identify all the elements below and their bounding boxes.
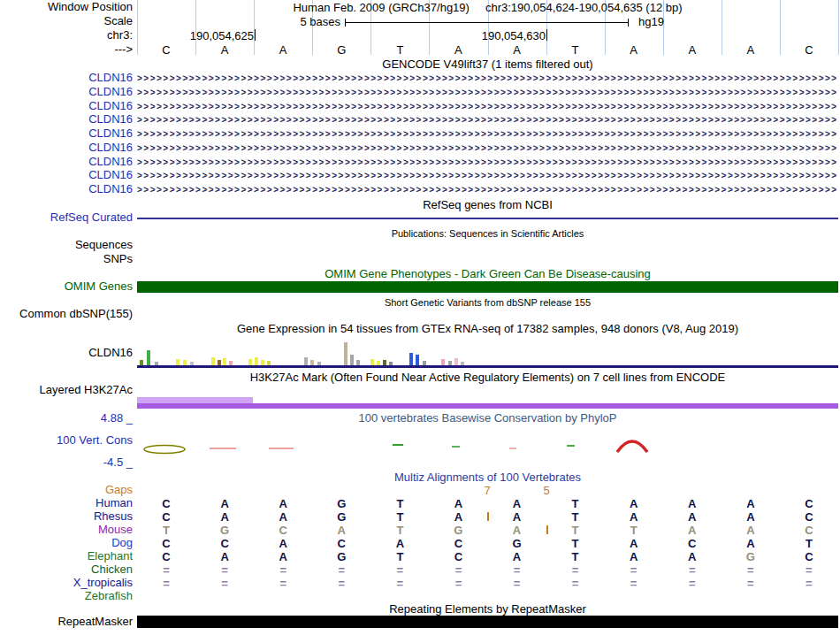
gencode-transcript[interactable]: >>>>>>>>>>>>>>>>>>>>>>>>>>>>>>>>>>>>>>>>… xyxy=(137,100,838,114)
conservation-track-label[interactable]: 100 Vert. Cons xyxy=(0,434,133,447)
gtex-bar[interactable] xyxy=(248,359,252,365)
alignment-base: G xyxy=(312,550,370,563)
reference-base: C xyxy=(137,43,195,57)
gencode-transcript[interactable]: >>>>>>>>>>>>>>>>>>>>>>>>>>>>>>>>>>>>>>>>… xyxy=(137,113,838,127)
gtex-bar[interactable] xyxy=(441,359,445,365)
window-position-value: chr3:190,054,624-190,054,635 (12 bp) xyxy=(485,1,683,14)
repeatmasker-track-label[interactable]: RepeatMasker xyxy=(0,616,133,628)
gencode-transcript[interactable]: >>>>>>>>>>>>>>>>>>>>>>>>>>>>>>>>>>>>>>>>… xyxy=(137,142,838,156)
gencode-track-title[interactable]: GENCODE V49lift37 (1 items filtered out) xyxy=(137,58,838,71)
alignment-base: = xyxy=(254,563,312,577)
alignment-base: A xyxy=(487,497,546,510)
gencode-transcript[interactable]: >>>>>>>>>>>>>>>>>>>>>>>>>>>>>>>>>>>>>>>>… xyxy=(137,127,838,142)
gencode-gene-label[interactable]: CLDN16 xyxy=(0,142,133,154)
species-label[interactable]: Mouse xyxy=(0,524,133,536)
multiz-track-title[interactable]: Multiz Alignments of 100 Vertebrates xyxy=(137,471,838,484)
alignment-base: A xyxy=(254,510,312,524)
repeatmasker-track-title[interactable]: Repeating Elements by RepeatMasker xyxy=(137,603,838,616)
gencode-gene-label[interactable]: CLDN16 xyxy=(0,183,133,195)
gtex-bar[interactable] xyxy=(211,357,215,365)
alignment-base: C xyxy=(254,524,312,537)
species-label[interactable]: Human xyxy=(0,497,133,509)
reference-base: A xyxy=(663,43,722,57)
genome-version: hg19 xyxy=(638,15,664,28)
gtex-bar[interactable] xyxy=(454,358,458,365)
gtex-bar[interactable] xyxy=(350,355,354,365)
reference-base: A xyxy=(429,43,487,57)
alignment-base: T xyxy=(370,550,429,563)
species-label[interactable]: Zebrafish xyxy=(0,590,133,602)
gencode-gene-label[interactable]: CLDN16 xyxy=(0,127,133,140)
gtex-bar[interactable] xyxy=(409,353,413,365)
omim-gene-bar[interactable] xyxy=(137,281,838,293)
dbsnp-track-label[interactable]: Common dbSNP(155) xyxy=(0,308,133,320)
alignment-base: A xyxy=(254,550,312,563)
sequences-track-label[interactable]: Sequences xyxy=(0,239,133,251)
gencode-gene-label[interactable]: CLDN16 xyxy=(0,72,133,84)
conservation-track-title[interactable]: 100 vertebrates Basewise Conservation by… xyxy=(137,412,838,425)
alignment-base: C xyxy=(137,550,195,563)
h3k27ac-track-title[interactable]: H3K27Ac Mark (Often Found Near Active Re… xyxy=(137,371,838,384)
gencode-gene-label[interactable]: CLDN16 xyxy=(0,100,133,112)
omim-genes-label[interactable]: OMIM Genes xyxy=(0,280,133,293)
gtex-bar[interactable] xyxy=(370,359,374,365)
gtex-track-title[interactable]: Gene Expression in 54 tissues from GTEx … xyxy=(137,323,838,335)
gencode-gene-label[interactable]: CLDN16 xyxy=(0,86,133,98)
dbsnp-track-title[interactable]: Short Genetic Variants from dbSNP releas… xyxy=(137,296,838,309)
coordinate-right-tick xyxy=(546,29,547,41)
gtex-bar[interactable] xyxy=(223,358,226,365)
species-label[interactable]: Elephant xyxy=(0,550,133,563)
species-label[interactable]: Chicken xyxy=(0,563,133,576)
gtex-bar[interactable] xyxy=(304,357,308,365)
gencode-gene-label[interactable]: CLDN16 xyxy=(0,113,133,126)
alignment-base: A xyxy=(722,524,780,537)
gencode-transcript[interactable]: >>>>>>>>>>>>>>>>>>>>>>>>>>>>>>>>>>>>>>>>… xyxy=(137,183,838,197)
h3k27ac-track-label[interactable]: Layered H3K27Ac xyxy=(0,384,133,396)
snps-track-label[interactable]: SNPs xyxy=(0,253,133,265)
publications-track-title[interactable]: Publications: Sequences in Scientific Ar… xyxy=(137,227,838,240)
alignment-base: = xyxy=(722,563,780,577)
assembly-position-line: Human Feb. 2009 (GRCh37/hg19) chr3:190,0… xyxy=(137,1,838,14)
alignment-base: T xyxy=(370,497,429,510)
alignment-base: G xyxy=(312,510,370,524)
species-label[interactable]: X_tropicalis xyxy=(0,577,133,589)
species-label[interactable]: Dog xyxy=(0,537,133,549)
gencode-gene-label[interactable]: CLDN16 xyxy=(0,169,133,181)
alignment-base: = xyxy=(722,577,780,590)
refseq-curated-label[interactable]: RefSeq Curated xyxy=(0,211,133,224)
alignment-row: TGCATGATTAAC xyxy=(137,524,838,537)
alignment-base: A xyxy=(312,524,370,537)
h3k27ac-segment[interactable] xyxy=(137,403,838,409)
gtex-bar[interactable] xyxy=(255,357,258,365)
gencode-transcript[interactable]: >>>>>>>>>>>>>>>>>>>>>>>>>>>>>>>>>>>>>>>>… xyxy=(137,169,838,183)
conservation-mark xyxy=(144,446,185,454)
alignment-base: A xyxy=(722,510,780,524)
gtex-bar[interactable] xyxy=(416,355,419,365)
alignment-base: A xyxy=(195,550,254,563)
gtex-bar[interactable] xyxy=(344,342,347,365)
gap-size-number: 7 xyxy=(482,484,493,497)
gtex-bar[interactable] xyxy=(147,350,150,365)
alignment-base: T xyxy=(546,510,605,524)
gencode-gene-label[interactable]: CLDN16 xyxy=(0,156,133,168)
alignment-base: C xyxy=(195,537,254,550)
species-label[interactable]: Rhesus xyxy=(0,510,133,523)
omim-track-title[interactable]: OMIM Gene Phenotypes - Dark Green Can Be… xyxy=(137,268,838,280)
refseq-curated-item[interactable] xyxy=(137,218,838,219)
gtex-bar[interactable] xyxy=(176,359,179,365)
alignment-base: = xyxy=(546,577,605,590)
gencode-transcript[interactable]: >>>>>>>>>>>>>>>>>>>>>>>>>>>>>>>>>>>>>>>>… xyxy=(137,72,838,86)
refseq-track-title[interactable]: RefSeq genes from NCBI xyxy=(137,199,838,211)
repeatmasker-bar[interactable] xyxy=(137,616,838,628)
gencode-transcript[interactable]: >>>>>>>>>>>>>>>>>>>>>>>>>>>>>>>>>>>>>>>>… xyxy=(137,86,838,100)
alignment-base: C xyxy=(780,510,838,524)
alignment-base: = xyxy=(429,563,487,577)
alignment-row: CAAGTAATAAAC xyxy=(137,497,838,510)
alignment-base: = xyxy=(137,563,195,577)
gap-size-number: 5 xyxy=(541,484,552,497)
alignment-base: G xyxy=(429,524,487,537)
gencode-transcript[interactable]: >>>>>>>>>>>>>>>>>>>>>>>>>>>>>>>>>>>>>>>>… xyxy=(137,156,838,170)
gtex-gene-label[interactable]: CLDN16 xyxy=(0,347,133,359)
alignment-base: A xyxy=(605,550,663,563)
alignment-base: T xyxy=(605,524,663,537)
